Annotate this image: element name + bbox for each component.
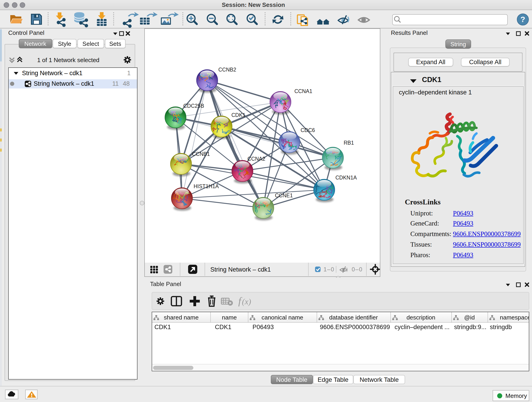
svg-text:String Network – cdk1: String Network – cdk1	[210, 266, 271, 273]
svg-text:CCNE1: CCNE1	[275, 192, 293, 198]
svg-text:RB1: RB1	[344, 140, 354, 146]
svg-text:HIST1H1A: HIST1H1A	[194, 183, 219, 189]
svg-text:1 – 0: 1 – 0	[323, 266, 334, 273]
svg-text:CDC25B: CDC25B	[183, 103, 204, 109]
svg-text:(x): (x)	[242, 297, 251, 306]
svg-text:CDC6: CDC6	[301, 127, 315, 133]
svg-text:CDK1: CDK1	[231, 112, 245, 118]
svg-text:CCNA1: CCNA1	[294, 88, 312, 94]
svg-text:CDKN1A: CDKN1A	[336, 175, 357, 181]
svg-text:CCNB1: CCNB1	[192, 151, 210, 157]
svg-text:CCNA2: CCNA2	[247, 156, 265, 162]
svg-text:0 – 0: 0 – 0	[352, 266, 362, 273]
svg-text:?: ?	[520, 15, 525, 24]
svg-text:1 of 1 Network selected: 1 of 1 Network selected	[37, 57, 99, 64]
svg-text:CCNB2: CCNB2	[218, 67, 236, 73]
